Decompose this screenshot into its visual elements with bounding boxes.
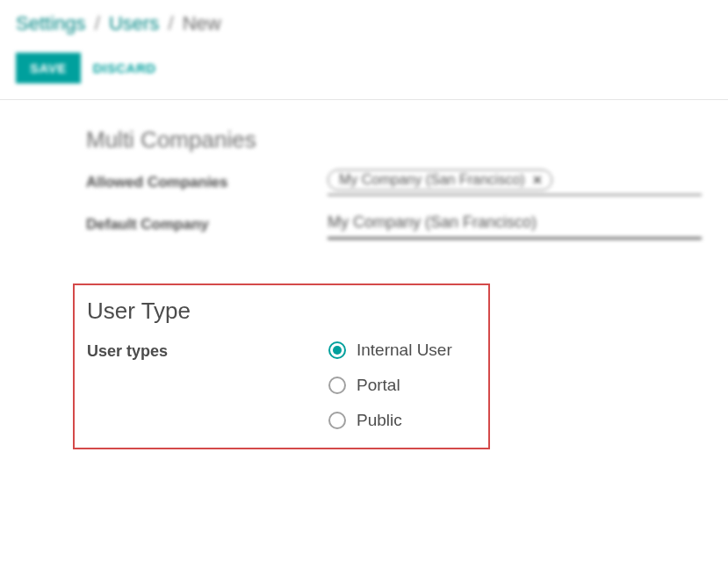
radio-label-public: Public	[357, 411, 402, 430]
breadcrumb-users[interactable]: Users	[109, 12, 159, 34]
multi-companies-section: Multi Companies Allowed Companies My Com…	[86, 126, 702, 240]
radio-icon	[328, 377, 346, 394]
discard-button[interactable]: DISCARD	[93, 61, 156, 75]
allowed-companies-label: Allowed Companies	[86, 174, 328, 191]
breadcrumb-current: New	[183, 12, 221, 34]
default-company-select[interactable]: My Company (San Francisco)	[328, 210, 702, 240]
breadcrumb: Settings / Users / New	[16, 12, 712, 35]
company-tag-label: My Company (San Francisco)	[339, 172, 525, 188]
radio-internal-user[interactable]: Internal User	[328, 341, 452, 360]
radio-icon	[328, 341, 346, 359]
radio-label-internal: Internal User	[357, 341, 452, 360]
breadcrumb-sep: /	[168, 12, 173, 34]
section-title-multi-companies: Multi Companies	[86, 126, 702, 154]
close-icon[interactable]: ✕	[532, 173, 543, 187]
user-type-section: User Type User types Internal User Porta…	[73, 284, 490, 449]
radio-public[interactable]: Public	[328, 411, 452, 430]
section-title-user-type: User Type	[87, 298, 471, 325]
radio-icon	[328, 412, 346, 429]
breadcrumb-settings[interactable]: Settings	[16, 12, 86, 34]
allowed-companies-field[interactable]: My Company (San Francisco) ✕	[328, 169, 702, 196]
save-button[interactable]: SAVE	[16, 53, 81, 83]
user-types-label: User types	[87, 341, 328, 361]
breadcrumb-sep: /	[95, 12, 100, 34]
company-tag[interactable]: My Company (San Francisco) ✕	[328, 169, 552, 190]
default-company-label: Default Company	[86, 216, 328, 233]
radio-portal[interactable]: Portal	[328, 376, 452, 395]
radio-label-portal: Portal	[357, 376, 400, 395]
